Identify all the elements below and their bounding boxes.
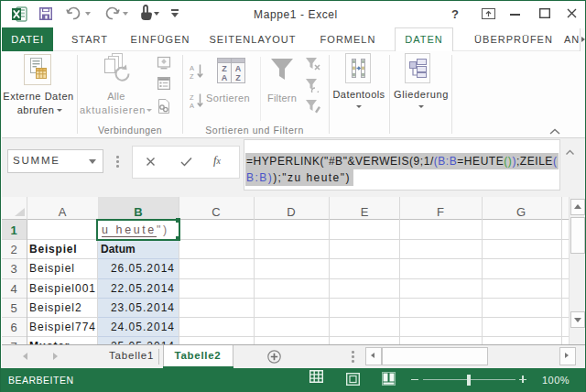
svg-text:A: A [190, 64, 194, 72]
svg-text:Z: Z [190, 93, 194, 102]
svg-text:Z: Z [222, 64, 227, 73]
svg-text:A: A [222, 73, 228, 82]
svg-text:A: A [235, 64, 242, 73]
svg-text:A: A [190, 102, 194, 110]
svg-text:Z: Z [190, 72, 194, 81]
svg-text:Z: Z [235, 73, 241, 82]
